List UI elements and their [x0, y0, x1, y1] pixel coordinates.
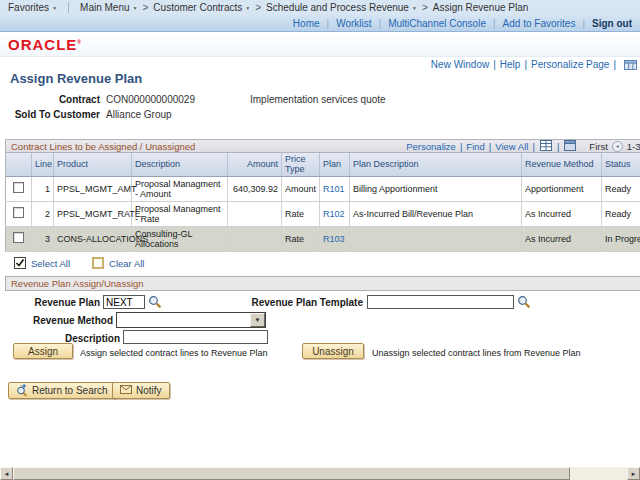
lookup-icon[interactable] — [517, 295, 531, 311]
cell-price-type: Amount — [282, 176, 320, 201]
divider — [327, 18, 330, 29]
divider — [379, 18, 382, 29]
divider — [493, 59, 496, 70]
contract-lines-grid: Contract Lines to be Assigned / Unassign… — [5, 139, 640, 252]
worklist-link[interactable]: Worklist — [336, 18, 371, 29]
contract-value: CON000000000029 — [106, 94, 195, 105]
cell-revenue-method: Apportionment — [522, 176, 602, 201]
column-header-amount: Amount — [228, 153, 282, 176]
brand-band: ORACLE® — [0, 32, 640, 57]
notify-button[interactable]: Notify — [112, 382, 170, 399]
contract-label: Contract — [0, 94, 100, 105]
find-link[interactable]: Find — [466, 141, 484, 152]
column-header-revenue-method: Revenue Method — [522, 153, 602, 176]
cell-status: Ready — [602, 201, 640, 226]
help-link[interactable]: Help — [500, 59, 521, 70]
oracle-logo: ORACLE® — [8, 36, 82, 53]
plan-link[interactable]: R103 — [323, 234, 345, 244]
view-all-link[interactable]: View All — [495, 141, 528, 152]
description-input[interactable] — [123, 330, 268, 344]
prev-rows-icon[interactable]: ◄ — [612, 141, 623, 152]
row-select-checkbox[interactable] — [13, 232, 24, 243]
customer-value: Alliance Group — [106, 109, 172, 120]
select-column-header — [6, 153, 32, 176]
plan-link[interactable]: R102 — [323, 209, 345, 219]
revenue-plan-template-input[interactable] — [367, 295, 514, 309]
assign-section-title: Revenue Plan Assign/Unassign — [11, 278, 144, 289]
download-grid-icon[interactable] — [540, 140, 552, 153]
row-select-checkbox[interactable] — [13, 207, 24, 218]
plan-link[interactable]: R101 — [323, 184, 345, 194]
cell-description: Proposal Managment - Amount — [132, 176, 228, 201]
cell-line: 3 — [32, 226, 54, 251]
row-range: 1-3 of 3 — [627, 141, 640, 152]
cell-status: In Progress — [602, 226, 640, 251]
page-title: Assign Revenue Plan — [10, 71, 142, 86]
favorites-menu[interactable]: Favorites ▼ — [8, 2, 57, 13]
chevron-down-icon: ▼ — [412, 5, 417, 11]
clear-all-icon[interactable] — [92, 257, 104, 269]
breadcrumb-customer-contracts[interactable]: Customer Contracts ▼ — [153, 2, 250, 13]
main-menu[interactable]: Main Menu ▼ — [80, 2, 137, 13]
lookup-icon[interactable] — [148, 295, 162, 311]
return-to-search-icon — [16, 384, 28, 398]
unassign-button[interactable]: Unassign — [302, 343, 364, 359]
column-header-status: Status — [602, 153, 640, 176]
table-header-row: Line Product Description Amount Price Ty… — [6, 153, 640, 176]
row-select-checkbox[interactable] — [13, 182, 24, 193]
assign-button[interactable]: Assign — [13, 343, 73, 359]
breadcrumb-label: Assign Revenue Plan — [433, 2, 529, 13]
column-header-price-type: Price Type — [282, 153, 320, 176]
select-all-icon[interactable] — [14, 257, 26, 269]
new-window-link[interactable]: New Window — [431, 59, 489, 70]
clear-all-link[interactable]: Clear All — [109, 258, 144, 269]
divider — [613, 59, 616, 70]
personalize-page-link[interactable]: Personalize Page — [531, 59, 609, 70]
divider — [524, 59, 527, 70]
select-all-link[interactable]: Select All — [31, 258, 70, 269]
revenue-method-select[interactable]: ▼ — [116, 312, 266, 328]
open-in-window-icon[interactable] — [564, 140, 576, 153]
scroll-left-icon[interactable]: ◄ — [0, 467, 13, 480]
first-label: First — [589, 141, 607, 152]
customer-label: Sold To Customer — [0, 109, 100, 120]
page-settings-icon[interactable] — [620, 60, 637, 70]
chevron-down-icon: ▼ — [133, 5, 138, 11]
cell-price-type: Rate — [282, 226, 320, 251]
column-header-plan: Plan — [320, 153, 350, 176]
chevron-down-icon: ▼ — [245, 5, 250, 11]
cell-product: PPSL_MGMT_AMT — [54, 176, 132, 201]
cell-revenue-method: As Incurred — [522, 226, 602, 251]
scrollbar-thumb[interactable] — [13, 467, 570, 480]
personalize-link[interactable]: Personalize — [406, 141, 456, 152]
breadcrumb-assign-revenue-plan: Assign Revenue Plan — [433, 2, 529, 13]
cell-line: 2 — [32, 201, 54, 226]
breadcrumb-schedule-process-revenue[interactable]: Schedule and Process Revenue ▼ — [266, 2, 417, 13]
add-to-favorites-link[interactable]: Add to Favorites — [503, 18, 576, 29]
return-to-search-button[interactable]: Return to Search — [8, 382, 116, 399]
cell-plan-description — [350, 226, 522, 251]
grid-title: Contract Lines to be Assigned / Unassign… — [11, 141, 195, 152]
contract-lines-table: Line Product Description Amount Price Ty… — [5, 153, 640, 252]
scroll-right-icon[interactable]: ► — [627, 467, 640, 480]
dropdown-arrow-icon[interactable]: ▼ — [250, 313, 265, 327]
revenue-method-label: Revenue Method — [0, 315, 113, 326]
cell-line: 1 — [32, 176, 54, 201]
notify-label: Notify — [136, 385, 162, 396]
horizontal-scrollbar[interactable]: ◄ ► — [0, 467, 640, 480]
table-row: 3 CONS-ALLOCATIONS Consulting-GL Allocat… — [6, 226, 640, 251]
home-link[interactable]: Home — [293, 18, 320, 29]
sign-out-link[interactable]: Sign out — [592, 18, 632, 29]
revenue-plan-input[interactable] — [103, 295, 145, 309]
divider — [557, 141, 559, 152]
cell-product: PPSL_MGMT_RATE — [54, 201, 132, 226]
page-action-links: New Window Help Personalize Page — [431, 59, 637, 70]
main-menu-label: Main Menu — [80, 2, 129, 13]
assign-hint: Assign selected contract lines to Revenu… — [80, 348, 268, 358]
divider — [489, 141, 491, 152]
portal-links-bar: Home Worklist MultiChannel Console Add t… — [0, 15, 640, 32]
multichannel-console-link[interactable]: MultiChannel Console — [388, 18, 486, 29]
favorites-label: Favorites — [8, 2, 49, 13]
contract-description: Implementation services quote — [250, 94, 386, 105]
breadcrumb-bar: Favorites ▼ Main Menu ▼ Customer Contrac… — [0, 0, 640, 15]
